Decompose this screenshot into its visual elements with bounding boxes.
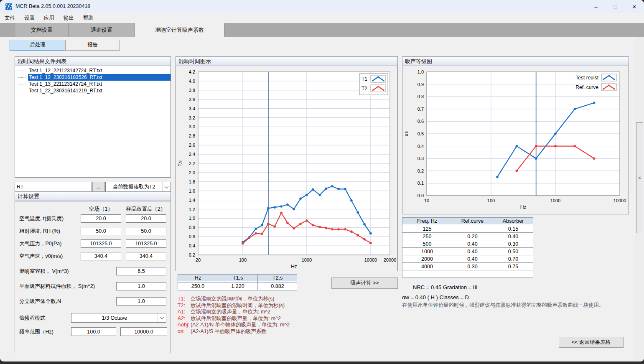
svg-text:Hz: Hz [520, 204, 527, 210]
minimize-icon[interactable]: – [586, 0, 606, 13]
setting-input[interactable] [81, 214, 121, 223]
tree-branch-icon [18, 91, 26, 91]
svg-text:1000: 1000 [302, 257, 312, 262]
menu-item-0[interactable]: 文件 [0, 15, 20, 22]
table-cell: 0.40 [493, 233, 533, 240]
note-line: A1:空场混响室的吸声量，单位为: m^2 [178, 309, 290, 316]
table-header-cell: Absorber [493, 218, 533, 225]
file-list-item[interactable]: Test 1_22_230316141219_RT.txt [15, 87, 171, 94]
table-header-cell: Hz [178, 275, 218, 282]
setting-input[interactable] [81, 252, 121, 260]
table-cell: 0.15 [493, 225, 533, 232]
calc-settings-header: 计算设置 [15, 191, 171, 201]
table-cell [452, 225, 493, 232]
svg-text:0.6: 0.6 [189, 234, 195, 239]
freq-min-input[interactable] [71, 327, 116, 336]
rt-name-input[interactable] [15, 182, 92, 192]
table-header-cell: Freq. Hz [402, 218, 452, 225]
setting-input[interactable] [126, 239, 166, 248]
note-desc: 放试件后混响室的吸声量，单位为: m^2 [191, 316, 281, 321]
data-source-dropdown[interactable]: 当前数据读取为T2 [105, 182, 171, 192]
svg-text:2.6: 2.6 [189, 143, 195, 148]
svg-text:1.2: 1.2 [189, 207, 195, 212]
svg-text:1.0: 1.0 [189, 216, 195, 221]
table-cell: 0.20 [452, 233, 493, 240]
table-cell: 1000 [402, 248, 452, 255]
svg-text:10000: 10000 [613, 198, 626, 203]
file-list-item[interactable]: Test 1_13_221123142724_RT.txt [15, 81, 171, 87]
table-cell: 0.40 [452, 240, 493, 247]
svg-text:20: 20 [196, 257, 201, 262]
table-cell: 0.75 [493, 263, 533, 270]
browse-button[interactable]: ... [92, 182, 105, 192]
setting-input[interactable] [81, 239, 121, 248]
svg-text:3.8: 3.8 [189, 88, 195, 93]
svg-text:20000: 20000 [384, 257, 397, 262]
table-cell [452, 270, 493, 277]
svg-text:T2: T2 [361, 86, 367, 92]
tree-branch-icon [18, 77, 26, 78]
svg-text:Hz: Hz [291, 264, 297, 270]
setting-label: 分立吸声体个数,N [19, 297, 61, 305]
file-name: Test 1_12_230316183526_RT.txt [28, 74, 171, 81]
menu-item-3[interactable]: 输出 [59, 15, 79, 22]
back-to-results-button[interactable]: << 返回结果表格 [559, 337, 624, 348]
rt-chart-header: 混响时间图示 [176, 56, 398, 66]
menu-item-4[interactable]: 帮助 [79, 15, 98, 22]
note-term: αs: [178, 328, 191, 335]
tree-branch-icon [18, 71, 26, 71]
absorption-chart-header: 吸声等级图 [402, 56, 629, 66]
table-header-cell: Ref.curve [452, 218, 493, 225]
rt-chart-box: 0.20.40.60.81.01.21.41.61.82.02.22.42.62… [176, 66, 398, 271]
table-cell: 250 [402, 233, 452, 240]
table-cell: 4000 [402, 263, 452, 270]
freq-max-input[interactable] [120, 327, 167, 336]
aw-result-text: αw = 0.40 ( H ) Classes = D [402, 294, 469, 300]
note-desc: 放试件后混响室的混响时间，单位为秒(s) [191, 303, 285, 308]
file-list-item[interactable]: Test 1_12_221123142724_RT.txt [15, 67, 171, 74]
side-panel-strip: < [635, 37, 644, 361]
maximize-icon[interactable]: □ [606, 0, 625, 13]
subtab-1[interactable]: 报告 [65, 40, 120, 51]
setting-input[interactable] [116, 267, 166, 275]
svg-text:0.8: 0.8 [189, 225, 195, 230]
app-window: MCR Beta 2.05.0.001 20230418 – □ ✕ 文件设置应… [0, 0, 644, 361]
setting-input[interactable] [116, 282, 166, 290]
svg-text:Test reulst: Test reulst [575, 75, 598, 81]
table-cell: 500 [402, 240, 452, 247]
setting-input[interactable] [126, 214, 166, 223]
svg-text:0.0: 0.0 [417, 193, 424, 198]
close-icon[interactable]: ✕ [625, 0, 644, 13]
setting-input[interactable] [81, 227, 121, 235]
file-list-item[interactable]: Test 1_12_230316183526_RT.txt [15, 74, 171, 81]
setting-input[interactable] [126, 227, 166, 235]
setting-input[interactable] [116, 297, 166, 305]
rt-chart: 0.20.40.60.81.01.21.41.61.82.02.22.42.62… [176, 66, 397, 270]
menu-item-1[interactable]: 设置 [20, 15, 39, 22]
title-bar: MCR Beta 2.05.0.001 20230418 – □ ✕ [0, 0, 644, 13]
tab-1[interactable]: 通道设置 [69, 23, 135, 37]
table-cell: 0.30 [452, 263, 493, 270]
tab-0[interactable]: 文档设置 [15, 23, 69, 37]
absorption-table: Freq. HzRef.curveAbsorber1250.152500.200… [402, 217, 533, 278]
tab-2[interactable]: 混响室计算吸声系数 [135, 23, 224, 37]
table-header-cell: T1,s [218, 275, 257, 282]
setting-label: 大气压力，P0(Pa) [19, 239, 61, 248]
note-term: T1: [178, 296, 191, 303]
chevron-down-icon [158, 313, 166, 322]
app-icon [5, 3, 12, 10]
notes-block: T1:空场混响室的混响时间，单位为秒(s)T2:放试件后混响室的混响时间，单位为… [178, 296, 290, 335]
table-cell: 1.220 [218, 283, 257, 290]
table-cell: 2000 [402, 255, 452, 262]
dropdown-value: 当前数据读取为T2 [106, 183, 162, 191]
absorption-calc-button[interactable]: 吸声计算 >> [331, 277, 398, 289]
setting-input[interactable] [126, 252, 166, 260]
svg-text:3.0: 3.0 [189, 124, 195, 129]
svg-text:1.4: 1.4 [189, 198, 195, 203]
menu-item-2[interactable]: 应用 [39, 15, 59, 22]
collapse-panel-handle[interactable]: < [636, 122, 643, 233]
svg-text:T,s: T,s [177, 160, 182, 166]
svg-text:0.1: 0.1 [417, 181, 424, 186]
subtab-0[interactable]: 后处理 [10, 40, 66, 51]
octave-mode-dropdown[interactable]: 1/3 Octave [71, 313, 166, 323]
